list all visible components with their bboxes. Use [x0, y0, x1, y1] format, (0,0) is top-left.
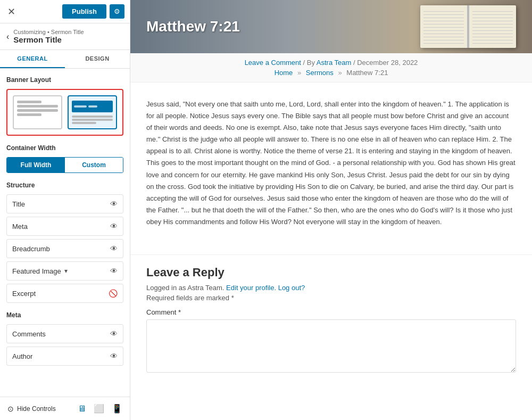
publish-area: Publish ⚙: [62, 4, 124, 19]
structure-item-breadcrumb[interactable]: Breadcrumb 👁: [6, 239, 123, 258]
settings-button[interactable]: ⚙: [110, 4, 124, 19]
banner-line-1: [17, 101, 41, 103]
hero-book: [420, 5, 516, 48]
structure-excerpt-icons: 🚫: [109, 289, 118, 298]
logged-in-text: Logged in as Astra Team.: [146, 284, 224, 292]
structure-item-meta[interactable]: Meta 👁: [6, 217, 123, 236]
eye-slash-icon-excerpt[interactable]: 🚫: [109, 289, 118, 298]
reply-meta: Logged in as Astra Team. Edit your profi…: [146, 284, 516, 292]
breadcrumb-home[interactable]: Home: [275, 69, 293, 77]
structure-item-title[interactable]: Title 👁: [6, 194, 123, 213]
panel-title: Sermon Title: [13, 35, 84, 44]
bc-line-2: [72, 119, 113, 121]
banner-layout-option-2[interactable]: [68, 95, 117, 129]
banner-header: [72, 101, 113, 112]
hero-title: Matthew 7:21: [146, 18, 240, 35]
meta-author-label: Author: [12, 352, 32, 360]
container-width-toggle: Full Width Custom: [6, 157, 123, 173]
structure-meta-label: Meta: [12, 223, 28, 230]
required-note-text: Required fields are marked *: [146, 294, 234, 302]
hide-controls[interactable]: ⊙ Hide Controls: [7, 405, 56, 413]
banner-header-line-1: [74, 105, 87, 108]
meta-item-author[interactable]: Author 👁: [6, 347, 123, 366]
back-bar: ‹ Customizing • Sermon Title Sermon Titl…: [0, 23, 130, 50]
hero-banner: Matthew 7:21: [130, 0, 532, 53]
content-area: Jesus said, "Not every one that saith un…: [130, 83, 532, 254]
structure-item-featured-image[interactable]: Featured Image ▾ 👁: [6, 261, 123, 281]
breadcrumb-sep-2: »: [338, 69, 342, 77]
banner-header-line-2: [88, 105, 97, 108]
eye-icon-title[interactable]: 👁: [110, 200, 118, 208]
edit-profile-link[interactable]: Edit your profile.: [226, 284, 276, 292]
left-panel: ✕ Publish ⚙ ‹ Customizing • Sermon Title…: [0, 0, 130, 420]
chevron-down-icon[interactable]: ▾: [64, 267, 68, 275]
desktop-icon[interactable]: 🖥: [78, 404, 86, 414]
leave-reply-heading: Leave a Reply: [146, 266, 516, 279]
required-fields-note: Required fields are marked *: [146, 294, 516, 302]
custom-width-button[interactable]: Custom: [65, 158, 123, 172]
meta-comments-label: Comments: [12, 330, 46, 338]
author-link[interactable]: Astra Team: [317, 59, 352, 67]
breadcrumb-line: Home » Sermons » Matthew 7:21: [146, 69, 516, 77]
comment-textarea[interactable]: [146, 319, 516, 373]
structure-meta-icons: 👁: [110, 222, 118, 230]
leave-reply-section: Leave a Reply Logged in as Astra Team. E…: [130, 254, 532, 391]
hide-controls-label: Hide Controls: [17, 405, 56, 413]
tab-design[interactable]: Design: [65, 50, 130, 68]
meta-author-icons: 👁: [110, 352, 118, 360]
comment-label: Comment *: [146, 308, 516, 316]
book-page-right: [469, 5, 516, 48]
hide-controls-icon: ⊙: [7, 405, 14, 413]
close-button[interactable]: ✕: [5, 4, 18, 20]
container-width-label: Container Width: [6, 144, 123, 152]
banner-layout-box: [6, 89, 123, 136]
structure-breadcrumb-icons: 👁: [110, 244, 118, 253]
banner-options: [13, 95, 117, 129]
eye-icon-meta[interactable]: 👁: [110, 222, 118, 230]
banner-line-4: [17, 113, 41, 116]
tab-general[interactable]: General: [0, 50, 65, 68]
device-icons: 🖥 ⬜ 📱: [78, 403, 122, 414]
bc-line-3: [72, 122, 96, 124]
publish-button[interactable]: Publish: [62, 4, 106, 19]
tabs: General Design: [0, 50, 130, 69]
structure-label: Structure: [6, 182, 123, 189]
breadcrumb-sermons[interactable]: Sermons: [306, 69, 334, 77]
book-page-left: [420, 5, 467, 48]
container-width-section: Container Width Full Width Custom: [6, 144, 123, 173]
meta-separator-1: / By: [303, 59, 317, 67]
sermon-text: Jesus said, "Not every one that saith un…: [146, 98, 516, 228]
eye-icon-comments[interactable]: 👁: [110, 330, 118, 338]
breadcrumb-crumb: Customizing • Sermon Title: [13, 29, 84, 35]
breadcrumb-area: Leave a Comment / By Astra Team / Decemb…: [130, 53, 532, 83]
structure-item-excerpt[interactable]: Excerpt 🚫: [6, 284, 123, 303]
log-out-link[interactable]: Log out?: [278, 284, 305, 292]
post-date: December 28, 2022: [357, 59, 418, 67]
banner-layout-label: Banner Layout: [6, 76, 123, 84]
meta-comments-icons: 👁: [110, 330, 118, 338]
structure-breadcrumb-label: Breadcrumb: [12, 245, 50, 253]
structure-excerpt-label: Excerpt: [12, 290, 36, 298]
structure-featured-image-icons: 👁: [110, 267, 118, 275]
breadcrumb-current: Matthew 7:21: [346, 69, 388, 77]
post-meta-line: Leave a Comment / By Astra Team / Decemb…: [146, 59, 516, 67]
leave-comment-link[interactable]: Leave a Comment: [245, 59, 301, 67]
full-width-button[interactable]: Full Width: [7, 158, 65, 172]
right-panel: Matthew 7:21 Leave a Comment / By Astra …: [130, 0, 532, 420]
meta-item-comments[interactable]: Comments 👁: [6, 324, 123, 343]
back-button[interactable]: ‹: [6, 32, 9, 42]
banner-line-2: [17, 105, 58, 108]
eye-icon-author[interactable]: 👁: [110, 352, 118, 360]
mobile-icon[interactable]: 📱: [112, 403, 122, 414]
banner-layout-option-1[interactable]: [13, 95, 62, 129]
structure-title-icons: 👁: [110, 200, 118, 208]
eye-icon-featured-image[interactable]: 👁: [110, 267, 118, 275]
banner-content-lines: [72, 116, 113, 124]
panel-content: Banner Layout: [0, 69, 130, 397]
eye-icon-breadcrumb[interactable]: 👁: [110, 244, 118, 253]
structure-title-label: Title: [12, 200, 25, 208]
featured-image-left: Featured Image ▾: [12, 267, 68, 275]
tablet-icon[interactable]: ⬜: [94, 403, 104, 414]
structure-featured-image-label: Featured Image: [12, 267, 61, 275]
structure-section: Structure Title 👁 Meta 👁 Breadcrumb 👁: [6, 182, 123, 303]
